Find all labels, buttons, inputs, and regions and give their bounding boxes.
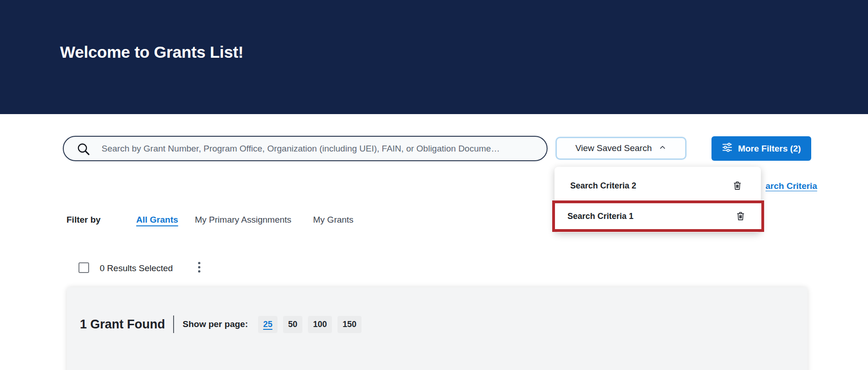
search-input[interactable] (102, 138, 540, 159)
results-header: 1 Grant Found Show per page: 25 50 100 1… (80, 314, 362, 334)
page-size-100[interactable]: 100 (308, 316, 332, 333)
more-filters-label: More Filters (2) (738, 144, 801, 154)
chevron-up-icon (658, 143, 667, 154)
saved-search-item[interactable]: Search Criteria 2 (555, 176, 761, 195)
results-selected-label: 0 Results Selected (100, 263, 173, 273)
view-saved-search-label: View Saved Search (575, 143, 651, 153)
kebab-menu-icon[interactable] (198, 262, 201, 273)
search-bar (63, 136, 548, 161)
page-size-50[interactable]: 50 (283, 316, 302, 333)
grants-list-page: Welcome to Grants List! View Saved Searc… (0, 0, 868, 370)
more-filters-button[interactable]: More Filters (2) (711, 136, 811, 161)
filter-sliders-icon (722, 142, 733, 155)
saved-search-item-highlighted[interactable]: Search Criteria 1 (552, 200, 764, 232)
filter-by-label: Filter by (66, 215, 101, 225)
view-saved-search-button[interactable]: View Saved Search (555, 137, 687, 160)
tab-my-grants[interactable]: My Grants (313, 215, 354, 225)
trash-icon[interactable] (732, 181, 742, 191)
page-size-150[interactable]: 150 (338, 316, 362, 333)
show-per-page-label: Show per page: (183, 319, 248, 329)
trash-icon[interactable] (735, 211, 746, 221)
select-all-checkbox[interactable] (78, 262, 89, 273)
tab-my-primary-assignments[interactable]: My Primary Assignments (195, 215, 291, 225)
page-size-options: 25 50 100 150 (258, 316, 362, 333)
hero-banner: Welcome to Grants List! (0, 0, 868, 114)
saved-search-item-label: Search Criteria 2 (570, 181, 636, 191)
search-icon (77, 142, 90, 156)
saved-search-item-label: Search Criteria 1 (567, 212, 633, 221)
tab-all-grants[interactable]: All Grants (136, 215, 178, 225)
save-search-criteria-link[interactable]: arch Criteria (766, 181, 817, 191)
page-size-25[interactable]: 25 (258, 316, 277, 333)
page-title: Welcome to Grants List! (60, 43, 243, 61)
divider (173, 315, 174, 333)
results-panel: 1 Grant Found Show per page: 25 50 100 1… (67, 287, 808, 370)
results-count: 1 Grant Found (80, 317, 165, 332)
